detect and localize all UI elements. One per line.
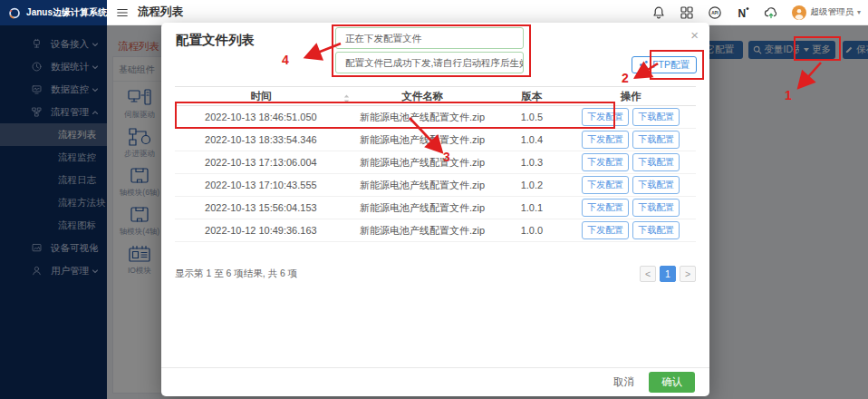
cell-time: 2022-10-13 15:56:04.153 — [175, 202, 347, 213]
close-icon[interactable]: × — [690, 28, 699, 42]
svg-text:API: API — [712, 11, 719, 15]
push-config-button[interactable]: 下发配置 — [582, 176, 629, 194]
app-logo: Janus边缘计算系统 — [0, 0, 107, 25]
download-config-button[interactable]: 下载配置 — [632, 176, 680, 194]
push-config-button[interactable]: 下发配置 — [582, 199, 629, 217]
cell-time: 2022-10-13 18:46:51.050 — [175, 112, 347, 122]
cell-version: 1.0.0 — [498, 225, 566, 236]
screen: Janus边缘计算系统 设备接入 数据统计 数据监控 流程管理 — [0, 0, 868, 399]
push-config-button[interactable]: 下发配置 — [582, 108, 629, 126]
pagination-info: 显示第 1 至 6 项结果, 共 6 项 — [175, 268, 297, 280]
ftp-config-button[interactable]: FTP配置 — [632, 56, 697, 73]
cell-version: 1.0.3 — [498, 157, 566, 168]
cell-version: 1.0.5 — [498, 112, 566, 122]
table-row: 2022-10-13 17:13:06.004 新能源电池产线配置文件.zip … — [175, 151, 696, 174]
push-config-button[interactable]: 下发配置 — [582, 131, 629, 149]
top-header: 流程列表 API N 超级管理员 ▾ — [107, 0, 868, 25]
header-actions: API N 超级管理员 ▾ — [651, 5, 868, 20]
cell-time: 2022-10-13 17:10:43.555 — [175, 180, 347, 190]
push-config-button[interactable]: 下发配置 — [582, 153, 629, 171]
confirm-button[interactable]: 确认 — [649, 372, 695, 393]
logo-icon — [8, 6, 21, 20]
apps-grid-icon[interactable] — [680, 5, 694, 20]
table-row: 2022-10-13 15:56:04.153 新能源电池产线配置文件.zip … — [175, 197, 696, 219]
cell-filename: 新能源电池产线配置文件.zip — [347, 179, 498, 192]
download-config-button[interactable]: 下载配置 — [632, 199, 680, 217]
cancel-button[interactable]: 取消 — [613, 375, 634, 389]
table-row: 2022-10-13 17:10:43.555 新能源电池产线配置文件.zip … — [175, 174, 696, 197]
cell-filename: 新能源电池产线配置文件.zip — [347, 133, 498, 147]
user-menu[interactable]: 超级管理员 ▾ — [792, 5, 861, 20]
table-header-row: 时间 文件名称 版本 操作 — [175, 86, 696, 106]
svg-text:N: N — [738, 6, 747, 19]
cell-version: 1.0.2 — [498, 180, 566, 190]
download-config-button[interactable]: 下载配置 — [632, 153, 680, 171]
toast-success: 配置文件已成功下发,请自行启动程序后生效! — [335, 52, 524, 73]
download-config-button[interactable]: 下载配置 — [632, 221, 680, 239]
config-file-table: 时间 文件名称 版本 操作 2022-10-13 18:46:51.050 新能… — [175, 86, 696, 242]
avatar — [792, 5, 806, 20]
cell-time: 2022-10-13 17:13:06.004 — [175, 157, 347, 168]
bell-icon[interactable] — [651, 5, 666, 20]
page-title: 流程列表 — [138, 5, 183, 20]
cell-filename: 新能源电池产线配置文件.zip — [347, 156, 498, 170]
download-config-button[interactable]: 下载配置 — [632, 108, 680, 126]
cell-filename: 新能源电池产线配置文件.zip — [347, 201, 498, 215]
col-header-version[interactable]: 版本 — [498, 90, 566, 103]
cell-time: 2022-10-12 10:49:36.163 — [175, 225, 347, 236]
app-title: Janus边缘计算系统 — [26, 6, 107, 19]
modal-title: 配置文件列表 — [176, 32, 255, 49]
cell-time: 2022-10-13 18:33:54.346 — [175, 134, 347, 145]
share-nodes-icon — [639, 60, 649, 70]
col-header-filename[interactable]: 文件名称 — [347, 90, 498, 103]
hamburger-icon[interactable] — [116, 6, 129, 19]
signal-icon[interactable]: N — [736, 5, 750, 20]
chevron-down-icon: ▾ — [857, 8, 861, 16]
pagination: 显示第 1 至 6 项结果, 共 6 项 < 1 > — [175, 266, 696, 282]
cell-version: 1.0.1 — [498, 202, 566, 213]
sort-icon[interactable] — [343, 93, 350, 104]
config-file-list-modal: 配置文件列表 × 正在下发配置文件 配置文件已成功下发,请自行启动程序后生效! … — [161, 23, 709, 396]
api-icon[interactable]: API — [708, 5, 722, 20]
col-header-actions: 操作 — [565, 90, 696, 103]
cell-filename: 新能源电池产线配置文件.zip — [347, 224, 498, 238]
pagination-next-button[interactable]: > — [680, 266, 696, 282]
cell-version: 1.0.4 — [498, 134, 566, 145]
toast-sending: 正在下发配置文件 — [335, 27, 524, 49]
user-name: 超级管理员 — [810, 6, 854, 18]
col-header-time[interactable]: 时间 — [175, 90, 347, 103]
pagination-page-1-button[interactable]: 1 — [660, 266, 676, 282]
table-row: 2022-10-12 10:49:36.163 新能源电池产线配置文件.zip … — [175, 219, 696, 242]
cell-filename: 新能源电池产线配置文件.zip — [347, 111, 498, 124]
cloud-upload-icon[interactable] — [764, 5, 778, 20]
modal-footer: 取消 确认 — [161, 367, 709, 396]
table-row: 2022-10-13 18:33:54.346 新能源电池产线配置文件.zip … — [175, 129, 696, 151]
pagination-prev-button[interactable]: < — [640, 266, 656, 282]
push-config-button[interactable]: 下发配置 — [582, 221, 629, 239]
table-row: 2022-10-13 18:46:51.050 新能源电池产线配置文件.zip … — [175, 106, 696, 129]
ftp-config-label: FTP配置 — [652, 59, 690, 72]
download-config-button[interactable]: 下载配置 — [632, 131, 680, 149]
